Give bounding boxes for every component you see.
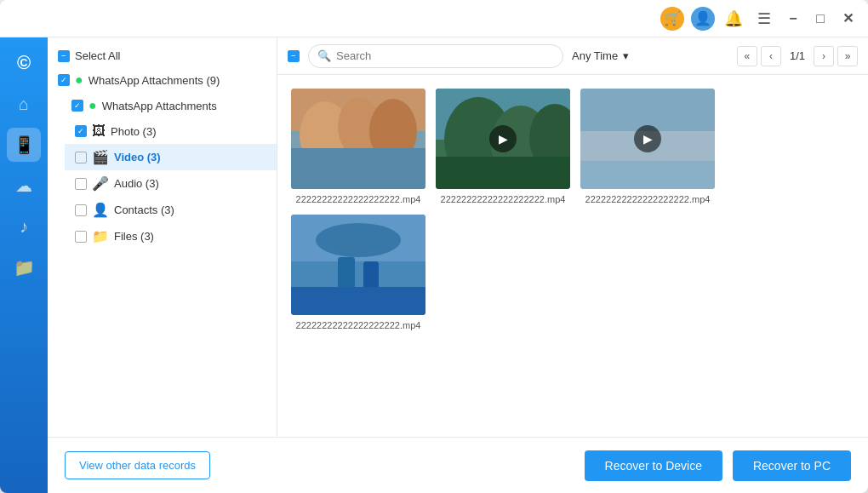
svg-rect-11: [436, 157, 570, 189]
first-page-button[interactable]: «: [737, 46, 757, 66]
nav-device[interactable]: 📱: [7, 128, 41, 162]
main-content: 🔍 Any Time ▾ « ‹ 1/1 › »: [277, 37, 868, 437]
time-filter-chevron: ▾: [623, 49, 629, 62]
time-filter[interactable]: Any Time ▾: [572, 49, 629, 62]
media-grid: 22222222222222222222.mp4: [291, 89, 854, 330]
media-item-2[interactable]: ▶ 22222222222222222222.mp4: [436, 89, 570, 204]
file-tree: Select All ● WhatsApp Attachments (9) ● …: [48, 37, 277, 437]
media-item-1[interactable]: 22222222222222222222.mp4: [291, 89, 425, 204]
pagination: « ‹ 1/1 › »: [737, 46, 858, 66]
prev-page-button[interactable]: ‹: [761, 46, 781, 66]
select-all-label: Select All: [75, 49, 266, 62]
video-icon: 🎬: [92, 149, 109, 165]
select-all-item[interactable]: Select All: [48, 44, 277, 67]
whatsapp-icon: ●: [75, 72, 83, 88]
media-name-4: 22222222222222222222.mp4: [291, 320, 425, 330]
contacts-icon: 👤: [92, 202, 109, 218]
video-label: Video (3): [114, 151, 266, 163]
video-checkbox[interactable]: [75, 152, 87, 163]
media-thumb-4: [291, 215, 425, 315]
whatsapp-sub-icon: ●: [89, 98, 97, 113]
tree-children: 🖼 Photo (3) 🎬 Video (3) 🎤: [48, 118, 277, 249]
media-item-3[interactable]: ▶ 22222222222222222222.mp4: [580, 89, 715, 204]
nav-home[interactable]: ⌂: [7, 87, 41, 121]
whatsapp-parent-checkbox[interactable]: [58, 74, 70, 86]
media-thumb-1: [291, 89, 425, 189]
nav-files[interactable]: 📁: [7, 250, 41, 284]
minimize-button[interactable]: −: [783, 9, 803, 29]
contacts-label: Contacts (3): [114, 204, 266, 216]
photo-label: Photo (3): [111, 125, 266, 138]
recover-device-button[interactable]: Recover to Device: [585, 450, 722, 481]
files-checkbox[interactable]: [75, 231, 87, 243]
photo-checkbox[interactable]: [75, 125, 87, 137]
tree-audio-item[interactable]: 🎤 Audio (3): [65, 170, 277, 197]
play-button-2[interactable]: ▶: [489, 125, 517, 152]
list-icon[interactable]: ☰: [752, 7, 776, 31]
view-other-button[interactable]: View other data records: [65, 451, 210, 479]
search-bar[interactable]: 🔍: [308, 44, 563, 68]
nav-music[interactable]: ♪: [7, 209, 41, 244]
svg-point-20: [316, 223, 401, 257]
last-page-button[interactable]: »: [837, 46, 858, 66]
tree-contacts-item[interactable]: 👤 Contacts (3): [65, 197, 277, 223]
svg-rect-5: [291, 148, 425, 189]
whatsapp-sub-checkbox[interactable]: [71, 100, 83, 112]
page-info: 1/1: [785, 49, 810, 62]
svg-rect-17: [580, 161, 715, 189]
media-name-2: 22222222222222222222.mp4: [436, 194, 570, 204]
title-bar: 🛒 👤 🔔 ☰ − □ ✕: [0, 0, 868, 37]
svg-rect-23: [363, 261, 379, 291]
nav-cloud[interactable]: ☁: [7, 169, 41, 203]
whatsapp-sub-item[interactable]: ● WhatsApp Attachments: [48, 93, 277, 118]
media-item-4[interactable]: 22222222222222222222.mp4: [291, 215, 425, 330]
toolbar-checkbox[interactable]: [288, 50, 300, 62]
audio-checkbox[interactable]: [75, 178, 87, 190]
select-all-checkbox[interactable]: [58, 50, 70, 62]
audio-icon: 🎤: [92, 175, 109, 192]
bottom-bar: View other data records Recover to Devic…: [48, 437, 868, 493]
media-name-3: 22222222222222222222.mp4: [580, 194, 715, 204]
time-filter-label: Any Time: [572, 49, 618, 62]
play-button-3[interactable]: ▶: [634, 125, 661, 152]
maximize-button[interactable]: □: [810, 9, 831, 29]
cart-icon[interactable]: 🛒: [660, 7, 684, 31]
bell-icon[interactable]: 🔔: [722, 7, 745, 31]
media-grid-area: 22222222222222222222.mp4: [277, 75, 868, 437]
recover-pc-button[interactable]: Recover to PC: [733, 450, 851, 481]
files-icon: 📁: [92, 228, 109, 244]
search-input[interactable]: [336, 49, 554, 62]
photo-icon: 🖼: [92, 123, 106, 139]
tree-video-item[interactable]: 🎬 Video (3): [65, 144, 277, 170]
audio-label: Audio (3): [114, 177, 266, 190]
whatsapp-parent-item[interactable]: ● WhatsApp Attachments (9): [48, 67, 277, 93]
whatsapp-sub-label: WhatsApp Attachments: [102, 100, 266, 112]
svg-rect-21: [338, 257, 355, 291]
toolbar: 🔍 Any Time ▾ « ‹ 1/1 › »: [277, 37, 868, 75]
search-icon: 🔍: [317, 49, 331, 62]
tree-files-item[interactable]: 📁 Files (3): [65, 223, 277, 249]
files-label: Files (3): [114, 230, 266, 243]
tree-photo-item[interactable]: 🖼 Photo (3): [65, 118, 277, 144]
user-icon[interactable]: 👤: [691, 7, 715, 31]
whatsapp-parent-label: WhatsApp Attachments (9): [89, 74, 266, 87]
nav-sidebar: © ⌂ 📱 ☁ ♪ 📁: [0, 37, 48, 493]
media-name-1: 22222222222222222222.mp4: [291, 194, 425, 204]
media-thumb-3: ▶: [580, 89, 715, 189]
close-button[interactable]: ✕: [837, 9, 858, 29]
contacts-checkbox[interactable]: [75, 204, 87, 216]
svg-rect-25: [291, 287, 425, 315]
nav-logo: ©: [7, 46, 41, 80]
media-thumb-2: ▶: [436, 89, 570, 189]
next-page-button[interactable]: ›: [814, 46, 834, 66]
